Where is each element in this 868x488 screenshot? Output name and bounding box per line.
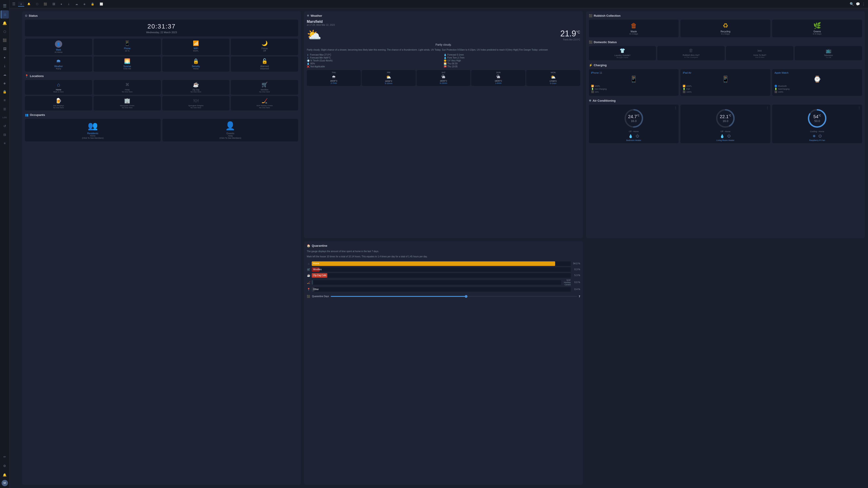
- sun-icon: 🌦: [472, 74, 524, 79]
- location-springbok[interactable]: 🍽 Springbok Delights No One Here: [162, 96, 230, 110]
- sidebar-notifications[interactable]: 🔔: [1, 19, 9, 27]
- forecast-fri: FRI ⛅ 19/26°C 5-10mm: [362, 70, 416, 86]
- sidebar-list2[interactable]: ≣: [1, 105, 9, 113]
- location-zigzag[interactable]: ☕ Zig Zag No One Here: [162, 80, 230, 95]
- sidebar-layers[interactable]: ⊟: [1, 131, 9, 139]
- location-away[interactable]: ✖ Away No One Here: [94, 80, 161, 95]
- status-focus[interactable]: 🌙 Focus Off: [231, 39, 298, 55]
- laundry-sub: Brought Inside: [590, 57, 655, 59]
- status-wifi[interactable]: 📶 WiFi MSPL: [162, 39, 230, 55]
- sidebar-menu[interactable]: ☰: [1, 2, 9, 10]
- ac-livingroom-water-icon[interactable]: 💧: [720, 134, 724, 138]
- location-home[interactable]: ⌂ Home Mark Is Here: [25, 80, 92, 95]
- ac-rpifan-mode: Cooling - Home: [774, 130, 860, 133]
- fore01-icon: 💧: [444, 54, 446, 56]
- more-icon[interactable]: ⋮: [862, 2, 865, 6]
- qbar-home-wrap: Home: [312, 261, 570, 266]
- mark-avatar-icon: 👤: [55, 40, 62, 48]
- quarantine-days-slider[interactable]: [331, 296, 577, 297]
- qbar-other: 📍 Other 0.4 %: [307, 287, 580, 292]
- status-weather[interactable]: 🌧 Weather Rainy: [25, 57, 92, 72]
- tab-display[interactable]: ⬛: [41, 2, 49, 6]
- sunrise-icon: 🌅: [94, 58, 160, 64]
- ac-rpifan-menu[interactable]: ⋮: [858, 106, 861, 109]
- charging-panel-title: Charging: [594, 64, 607, 67]
- watch-bt: 🔵 Bluetooth: [774, 85, 860, 87]
- status-phone[interactable]: 📱 Phone 24 %: [94, 39, 161, 55]
- occupant-residents[interactable]: 👥 Residents Home (Click To See Members): [25, 119, 161, 141]
- forecast-mon: MON ⛅ 17/28°C 0-1mm: [526, 70, 580, 86]
- tab-download[interactable]: ⤓: [65, 2, 72, 6]
- sidebar-log[interactable]: LOG: [1, 113, 9, 122]
- ac-livingroom-menu[interactable]: ⋮: [766, 106, 769, 109]
- rubbish-panel: ⬛ Rubbish Collection 🗑 Waste In 2 Days ♻…: [586, 11, 865, 238]
- tv-label: Television: [796, 54, 861, 57]
- fri-icon: ⛅: [363, 74, 415, 79]
- sidebar-list3[interactable]: ≡: [1, 139, 9, 147]
- ac-livingroom-power-icon[interactable]: ⏻: [727, 134, 731, 138]
- security-icon: 🔒: [163, 58, 229, 64]
- qbar-zigzag-fill: Zig-Zag Cafe: [312, 273, 327, 278]
- sidebar-home[interactable]: ⌂: [1, 10, 9, 19]
- waste-icon: 🗑: [591, 22, 677, 29]
- tab-square[interactable]: ⬜: [97, 2, 105, 6]
- weather-status-label: Weather: [26, 65, 91, 68]
- status-mark[interactable]: 👤 Mark At Home: [25, 39, 92, 55]
- sidebar-refresh[interactable]: ↺: [1, 122, 9, 130]
- sidebar-automation[interactable]: ⬡: [1, 28, 9, 36]
- sop-location-icon: 🏒: [232, 98, 297, 104]
- charging-iphone: iPhone 11 📱 📶 MSPL 🔋 Not Charging ⬛ 24%: [589, 69, 679, 96]
- sidebar-diamond[interactable]: ◈: [1, 79, 9, 87]
- ac-livingroom-temp: 22.1°C: [720, 114, 731, 119]
- location-danmurphys[interactable]: 🍺 Dan Murphys No One Here: [25, 96, 92, 110]
- qbar-zigzag-icon: ☕: [307, 274, 310, 277]
- location-macquarie[interactable]: 🏢 Macquarie Centre No One Here: [94, 96, 161, 110]
- tab-diamond[interactable]: ◈: [81, 2, 88, 6]
- search-icon[interactable]: 🔍: [850, 2, 854, 6]
- occupants-panel-icon: 👥: [25, 113, 29, 117]
- ac-livingroom-set: 16.0: [720, 119, 731, 123]
- sidebar-edit[interactable]: ✏: [1, 453, 9, 461]
- sidebar-cloud[interactable]: ☁: [1, 70, 9, 78]
- sidebar-status[interactable]: ●: [1, 53, 9, 61]
- tab-home[interactable]: ⌂: [18, 2, 24, 6]
- sidebar-display[interactable]: ⬛: [1, 36, 9, 44]
- ipad-battery: 🔋 Full: [683, 88, 768, 90]
- tab-status[interactable]: ●: [58, 2, 64, 6]
- status-sunrise[interactable]: 🌅 Sunrise 6:59 AM: [94, 57, 161, 72]
- tab-notifications[interactable]: 🔔: [25, 2, 33, 6]
- occupant-guests[interactable]: 👤 Guests Away (Click To See Members): [162, 119, 298, 141]
- ac-bedroom-menu[interactable]: ⋮: [674, 106, 677, 109]
- ac-bedroom-water-icon[interactable]: 💧: [628, 134, 633, 138]
- zigzag-location-label: Zig Zag: [163, 89, 229, 91]
- chat-icon[interactable]: 💬: [856, 2, 860, 6]
- status-security[interactable]: 🔒 Security Home: [162, 57, 230, 72]
- weather-stat-wind: 💨 N 7km/h (Gust 4km/h): [307, 59, 443, 62]
- hamburger-button[interactable]: ☰: [12, 2, 16, 6]
- location-woollies[interactable]: 🛒 Woollies No One Here: [231, 80, 298, 95]
- status-alarmed[interactable]: 🔓 Alarmed Disarmed: [231, 57, 298, 72]
- tab-lock[interactable]: 🔒: [89, 2, 96, 6]
- location-sop[interactable]: 🏒 SOP Hockey Centre No One Here: [231, 96, 298, 110]
- sidebar-lock[interactable]: 🔒: [1, 88, 9, 96]
- sidebar-alerts[interactable]: 🔔: [1, 471, 9, 479]
- waste-label: Waste: [591, 30, 677, 33]
- sidebar-download[interactable]: ⤓: [1, 62, 9, 70]
- ac-rpifan-power-icon[interactable]: ⏻: [818, 134, 822, 138]
- tab-media[interactable]: 🖼: [50, 2, 57, 6]
- ac-bedroom-power-icon[interactable]: ⏻: [636, 134, 639, 138]
- clock-area: 20:31:37 Wednesday, 22 March 2023: [25, 20, 298, 36]
- danmurphys-location-sub: No One Here: [26, 107, 91, 109]
- sidebar-list1[interactable]: ≡: [1, 96, 9, 104]
- weather-stat-fore01: 💧 Forecast 0-1mm: [444, 54, 580, 56]
- ac-livingroom: ⋮ 22.1°C 16.0 Off - Home 💧: [680, 105, 770, 143]
- ac-grid: ⋮ 24.7°C 16.0 Off - Home 💧: [589, 105, 862, 143]
- sidebar-media[interactable]: 🖼: [1, 45, 9, 53]
- wifi-label: WiFi: [163, 47, 229, 50]
- springbok-location-sub: No One Here: [163, 107, 229, 109]
- user-avatar[interactable]: M: [2, 480, 8, 486]
- tab-automation[interactable]: ⬡: [34, 2, 40, 6]
- ac-rpifan-cool-icon[interactable]: ❄: [813, 134, 815, 138]
- tab-cloud[interactable]: ☁: [73, 2, 80, 6]
- sidebar-settings[interactable]: ⚙: [1, 462, 9, 470]
